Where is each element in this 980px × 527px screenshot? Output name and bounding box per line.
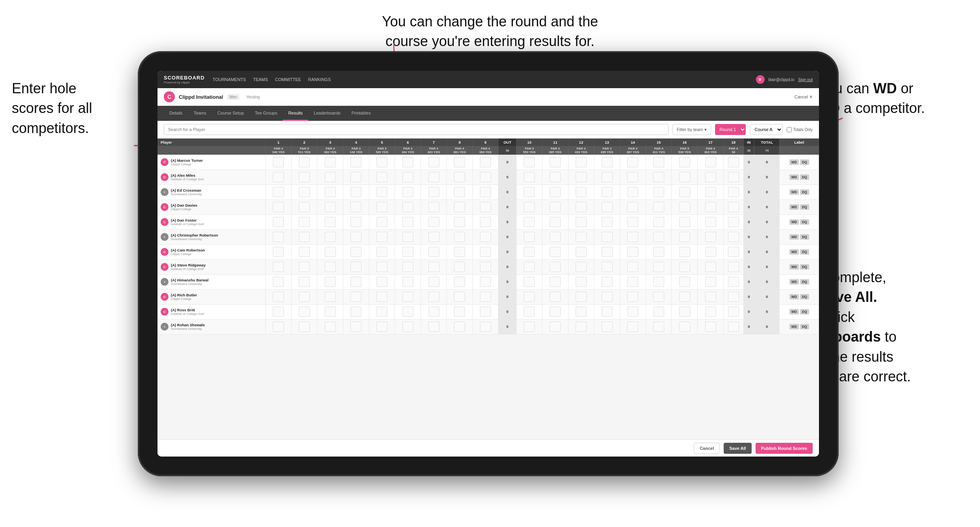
hole-5-input[interactable]	[376, 232, 387, 242]
hole-6-input[interactable]	[402, 232, 413, 242]
hole-17-input[interactable]	[705, 307, 716, 317]
hole-15-input[interactable]	[653, 232, 664, 242]
hole-13-input[interactable]	[602, 157, 613, 167]
hole-7-input[interactable]	[428, 202, 439, 212]
hole-3-input[interactable]	[325, 157, 336, 167]
hole-11-input[interactable]	[550, 187, 561, 197]
sign-out-link[interactable]: Sign out	[798, 78, 813, 82]
hole-6-input[interactable]	[402, 187, 413, 197]
hole-12-input[interactable]	[576, 172, 587, 182]
hole-3-input[interactable]	[325, 202, 336, 212]
hole-12-input[interactable]	[576, 262, 587, 272]
hole-12-input[interactable]	[576, 157, 587, 167]
hole-7-input[interactable]	[428, 217, 439, 227]
tab-results[interactable]: Results	[283, 106, 308, 121]
hole-10-input[interactable]	[524, 202, 535, 212]
hole-13-input[interactable]	[602, 277, 613, 287]
hole-9-input[interactable]	[480, 292, 491, 302]
dq-button[interactable]: DQ	[800, 159, 809, 165]
hole-2-input[interactable]	[299, 157, 310, 167]
hole-7-input[interactable]	[428, 322, 439, 332]
hole-3-input[interactable]	[325, 187, 336, 197]
hole-13-input[interactable]	[602, 217, 613, 227]
hole-14-input[interactable]	[627, 232, 638, 242]
hole-2-input[interactable]	[299, 292, 310, 302]
hole-12-input[interactable]	[576, 202, 587, 212]
cancel-btn[interactable]: Cancel	[694, 443, 720, 454]
hole-17-input[interactable]	[705, 247, 716, 257]
hole-8-input[interactable]	[454, 232, 465, 242]
hole-16-input[interactable]	[679, 157, 690, 167]
hole-18-input[interactable]	[728, 277, 739, 287]
hole-14-input[interactable]	[627, 187, 638, 197]
hole-14-input[interactable]	[627, 172, 638, 182]
tab-details[interactable]: Details	[164, 106, 188, 121]
hole-15-input[interactable]	[653, 187, 664, 197]
hole-7-input[interactable]	[428, 277, 439, 287]
hole-15-input[interactable]	[653, 172, 664, 182]
hole-13-input[interactable]	[602, 232, 613, 242]
hole-1-input[interactable]	[273, 202, 284, 212]
hole-11-input[interactable]	[550, 232, 561, 242]
hole-16-input[interactable]	[679, 277, 690, 287]
filter-by-team-btn[interactable]: Filter by team ▾	[672, 124, 711, 135]
hole-12-input[interactable]	[576, 292, 587, 302]
wd-button[interactable]: WD	[789, 249, 799, 255]
hole-12-input[interactable]	[576, 232, 587, 242]
wd-button[interactable]: WD	[789, 324, 799, 329]
hole-16-input[interactable]	[679, 232, 690, 242]
hole-9-input[interactable]	[480, 157, 491, 167]
hole-8-input[interactable]	[454, 172, 465, 182]
hole-4-input[interactable]	[350, 157, 361, 167]
hole-16-input[interactable]	[679, 172, 690, 182]
hole-17-input[interactable]	[705, 322, 716, 332]
hole-1-input[interactable]	[273, 172, 284, 182]
hole-4-input[interactable]	[350, 202, 361, 212]
hole-9-input[interactable]	[480, 172, 491, 182]
hole-11-input[interactable]	[550, 247, 561, 257]
hole-1-input[interactable]	[273, 187, 284, 197]
hole-9-input[interactable]	[480, 202, 491, 212]
hole-9-input[interactable]	[480, 247, 491, 257]
hole-14-input[interactable]	[627, 217, 638, 227]
hole-11-input[interactable]	[550, 157, 561, 167]
dq-button[interactable]: DQ	[800, 249, 809, 255]
hole-1-input[interactable]	[273, 232, 284, 242]
hole-15-input[interactable]	[653, 292, 664, 302]
hole-12-input[interactable]	[576, 307, 587, 317]
hole-18-input[interactable]	[728, 292, 739, 302]
hole-2-input[interactable]	[299, 187, 310, 197]
hole-18-input[interactable]	[728, 232, 739, 242]
hole-3-input[interactable]	[325, 322, 336, 332]
hole-7-input[interactable]	[428, 247, 439, 257]
hole-8-input[interactable]	[454, 277, 465, 287]
hole-11-input[interactable]	[550, 277, 561, 287]
hole-8-input[interactable]	[454, 157, 465, 167]
hole-4-input[interactable]	[350, 322, 361, 332]
hole-17-input[interactable]	[705, 187, 716, 197]
hole-17-input[interactable]	[705, 277, 716, 287]
hole-8-input[interactable]	[454, 247, 465, 257]
hole-16-input[interactable]	[679, 217, 690, 227]
hole-15-input[interactable]	[653, 157, 664, 167]
hole-13-input[interactable]	[602, 262, 613, 272]
hole-9-input[interactable]	[480, 307, 491, 317]
hole-1-input[interactable]	[273, 307, 284, 317]
hole-8-input[interactable]	[454, 262, 465, 272]
hole-10-input[interactable]	[524, 232, 535, 242]
round-selector[interactable]: Round 1 Round 2 Round 3	[715, 124, 746, 135]
hole-1-input[interactable]	[273, 292, 284, 302]
hole-2-input[interactable]	[299, 202, 310, 212]
hole-6-input[interactable]	[402, 292, 413, 302]
hole-10-input[interactable]	[524, 247, 535, 257]
hole-8-input[interactable]	[454, 292, 465, 302]
dq-button[interactable]: DQ	[800, 189, 809, 195]
hole-13-input[interactable]	[602, 292, 613, 302]
hole-10-input[interactable]	[524, 262, 535, 272]
hole-4-input[interactable]	[350, 172, 361, 182]
hole-7-input[interactable]	[428, 307, 439, 317]
hole-6-input[interactable]	[402, 217, 413, 227]
hole-15-input[interactable]	[653, 277, 664, 287]
hole-1-input[interactable]	[273, 322, 284, 332]
hole-10-input[interactable]	[524, 307, 535, 317]
